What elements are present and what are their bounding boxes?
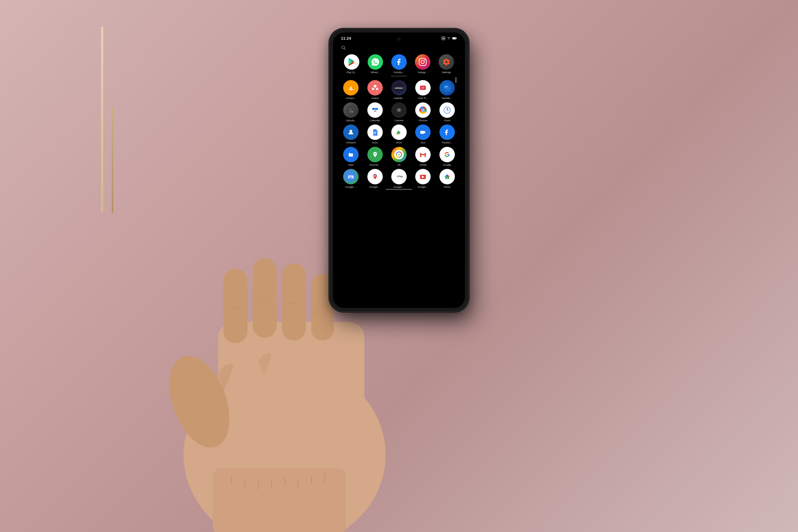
svg-point-50: [446, 110, 448, 110]
app-autotrader[interactable]: AT Auto Tr...: [412, 80, 434, 99]
calculator-svg: + - ÷ ×: [346, 106, 355, 115]
facebook-label: Facebo...: [394, 71, 404, 74]
autotrader-svg: AT: [418, 83, 428, 93]
app-gmail[interactable]: Gmail: [412, 147, 434, 166]
app-duo[interactable]: Duo: [412, 125, 434, 144]
app-amazon[interactable]: a Amazo...: [339, 80, 362, 99]
app-asana[interactable]: Asana: [363, 80, 386, 99]
app-drawer: Play St... Whats...: [333, 42, 465, 304]
svg-rect-90: [253, 258, 277, 338]
app-playstore[interactable]: Play St...: [344, 54, 359, 74]
svg-text:AT: AT: [422, 87, 424, 89]
svg-rect-70: [349, 176, 349, 176]
facebook2-icon: [439, 125, 455, 140]
svg-rect-54: [374, 132, 376, 132]
asana-label: Asana: [371, 97, 379, 99]
backdrops-svg: [442, 83, 452, 93]
drive-label: Drive: [396, 141, 402, 144]
app-calculator[interactable]: + - ÷ × Calcula...: [339, 102, 362, 122]
status-bar: 11:24: [333, 33, 465, 42]
app-docs[interactable]: Docs: [363, 125, 386, 144]
instagram-svg: [418, 58, 427, 66]
svg-rect-26: [446, 87, 450, 90]
autotrader-label: Auto Tr...: [418, 97, 428, 99]
svg-point-39: [398, 110, 400, 111]
app-finddevice[interactable]: Find De...: [363, 147, 386, 166]
google-svg: [442, 150, 452, 159]
asphalt-svg: ASPHALT: [394, 83, 404, 93]
app-asphalt[interactable]: ASPHALT Asphalt...: [387, 80, 411, 99]
app-google-maps[interactable]: Google ...: [363, 169, 386, 188]
shelf-decoration-1: [101, 26, 103, 213]
app-backdrops[interactable]: Backdr...: [436, 80, 459, 99]
app-camera[interactable]: Camera: [387, 102, 411, 122]
svg-text:ASPHALT: ASPHALT: [395, 87, 403, 89]
svg-rect-1: [443, 38, 443, 39]
app-instagram[interactable]: Instagr...: [415, 54, 431, 74]
app-fit[interactable]: Fit: [387, 147, 411, 166]
svg-rect-74: [349, 177, 350, 177]
status-time: 11:24: [341, 36, 351, 40]
app-google[interactable]: Google: [436, 147, 459, 166]
facebook2-svg: [442, 128, 452, 137]
app-facebook2[interactable]: Facebo...: [436, 125, 459, 144]
svg-rect-93: [213, 468, 346, 532]
files-icon: [343, 147, 359, 162]
svg-text:Pay: Pay: [398, 175, 403, 178]
search-icon: [341, 45, 346, 50]
calendar-svg: Jul 10: [370, 105, 380, 115]
docs-icon: [367, 125, 383, 140]
google-icon: [439, 147, 455, 162]
svg-rect-73: [352, 176, 353, 176]
fit-icon: [391, 147, 407, 162]
svg-rect-9: [419, 58, 426, 66]
svg-rect-6: [453, 38, 456, 39]
contacts-label: Contacts: [346, 141, 356, 144]
app-calendar[interactable]: Jul 10 Calendar: [363, 102, 386, 122]
app-settings[interactable]: Settings: [439, 54, 454, 74]
app-google-keyboard[interactable]: Google ...: [339, 169, 362, 188]
clock-icon: [439, 102, 455, 118]
fit-label: Fit: [398, 163, 401, 166]
app-contacts[interactable]: Contacts: [339, 125, 362, 144]
wifi-icon: [447, 37, 451, 40]
home-indicator[interactable]: [386, 189, 412, 190]
svg-point-15: [374, 85, 376, 88]
home-svg: [442, 172, 452, 182]
svg-point-14: [370, 83, 380, 93]
svg-text:G: G: [397, 175, 398, 178]
app-google-pay[interactable]: G Pay Google ...: [387, 169, 411, 188]
calendar-label: Calendar: [370, 119, 380, 122]
asana-svg: [370, 83, 380, 93]
playstore-svg: [347, 57, 356, 66]
app-chrome[interactable]: Chrome: [412, 102, 434, 122]
calculator-label: Calcula...: [345, 119, 356, 122]
svg-text:÷: ÷: [349, 110, 351, 113]
docs-svg: [370, 128, 380, 137]
google-maps-label: Google ...: [369, 185, 380, 188]
svg-line-8: [344, 49, 345, 50]
svg-text:×: ×: [352, 110, 353, 113]
gmail-icon: [415, 147, 431, 162]
scene: 11:24: [213, 13, 585, 519]
overflow-menu-button[interactable]: [455, 78, 456, 82]
sim-icon: [441, 36, 445, 40]
app-facebook[interactable]: Facebo...: [391, 54, 407, 74]
search-bar[interactable]: [338, 45, 460, 50]
app-drive[interactable]: Drive: [387, 125, 411, 144]
app-clock[interactable]: Clock: [436, 102, 459, 122]
battery-icon: [452, 37, 457, 40]
app-google-movies[interactable]: Google ...: [412, 169, 434, 188]
svg-rect-91: [282, 263, 306, 341]
status-icons: [441, 36, 457, 40]
svg-point-17: [376, 88, 378, 90]
backdrops-icon: [439, 80, 455, 95]
app-home[interactable]: Home: [436, 169, 459, 188]
app-files[interactable]: Files: [339, 147, 362, 166]
app-whatsapp[interactable]: Whats...: [367, 54, 383, 74]
amazon-label: Amazo...: [346, 97, 356, 99]
google-movies-svg: [418, 172, 428, 182]
backdrops-label: Backdr...: [442, 97, 452, 99]
google-pay-label: Google ...: [394, 185, 404, 188]
files-label: Files: [348, 163, 354, 166]
